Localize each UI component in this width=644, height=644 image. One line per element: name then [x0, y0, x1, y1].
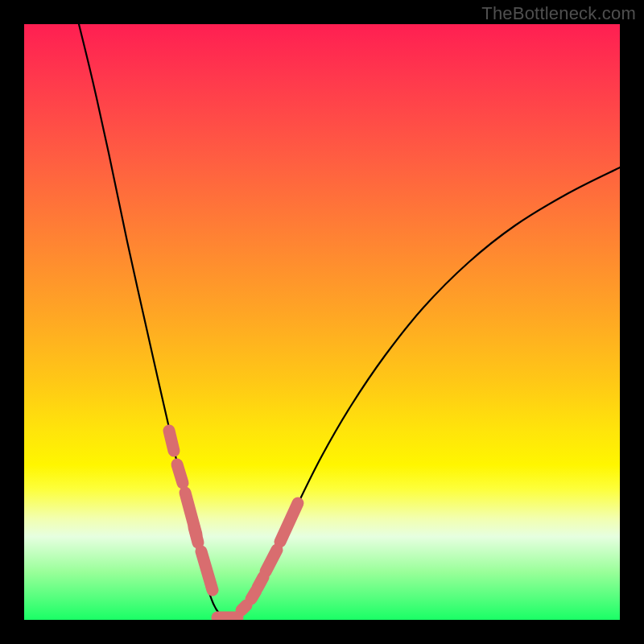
- thick-seg-right-1: [266, 550, 277, 572]
- right-curve: [229, 167, 620, 620]
- thick-seg-left-1: [177, 464, 183, 483]
- watermark-text: TheBottleneck.com: [481, 3, 636, 24]
- curve-svg: [24, 24, 620, 620]
- chart-frame: TheBottleneck.com: [0, 0, 644, 644]
- thick-seg-left-3: [201, 551, 213, 590]
- left-curve: [79, 24, 229, 620]
- thick-seg-right-3: [251, 591, 256, 599]
- thick-seg-left-0: [169, 431, 174, 451]
- thick-seg-left-4: [194, 527, 198, 543]
- thick-segment-group: [169, 431, 298, 617]
- thick-seg-right-0: [280, 503, 298, 542]
- thick-seg-right-4: [242, 605, 246, 610]
- plot-area: [24, 24, 620, 620]
